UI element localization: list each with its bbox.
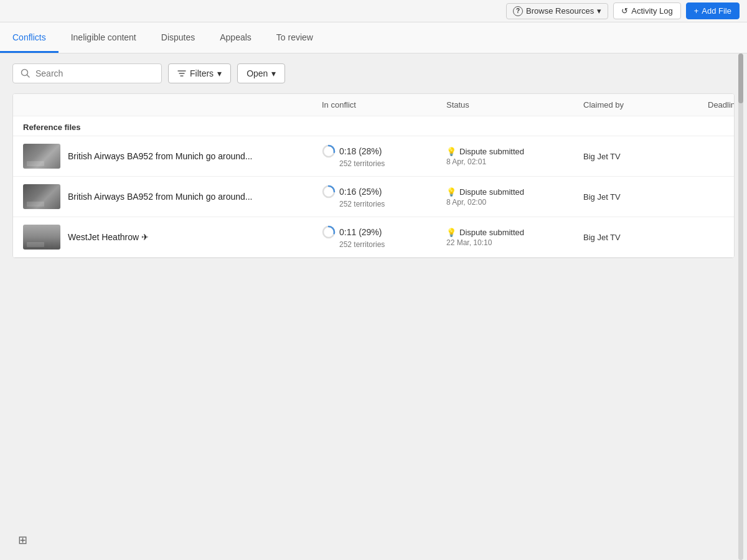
add-file-icon: + bbox=[694, 6, 699, 16]
conflict-time-2: 0:16 (25%) bbox=[322, 185, 446, 198]
top-bar: ? Browse Resources ▾ ↺ Activity Log + Ad… bbox=[0, 0, 747, 22]
file-title-1: British Airways BA952 from Munich go aro… bbox=[68, 151, 252, 161]
thumbnail-1 bbox=[23, 144, 60, 169]
territories-1: 252 territories bbox=[339, 159, 446, 168]
claimed-by-1: Big Jet TV bbox=[583, 152, 708, 161]
svg-line-1 bbox=[27, 75, 30, 78]
tab-appeals[interactable]: Appeals bbox=[207, 24, 264, 53]
tab-ineligible-content[interactable]: Ineligible content bbox=[59, 24, 149, 53]
table-header: In conflict Status Claimed by Deadline ↑… bbox=[13, 94, 734, 116]
activity-log-label: Activity Log bbox=[631, 6, 672, 16]
conflict-cell-3: 0:11 (29%) 252 territories bbox=[322, 225, 446, 249]
progress-circle-1 bbox=[322, 144, 336, 158]
status-date-3: 22 Mar, 10:10 bbox=[446, 238, 583, 247]
question-icon: ? bbox=[513, 6, 523, 16]
scrollbar-thumb[interactable] bbox=[738, 54, 743, 103]
deadline-cell-2: i bbox=[708, 191, 735, 202]
filters-button[interactable]: Filters ▾ bbox=[168, 63, 231, 83]
add-file-label: Add File bbox=[702, 6, 731, 16]
col-header-reference bbox=[23, 100, 322, 110]
progress-circle-3 bbox=[322, 225, 336, 239]
scrollbar-track[interactable] bbox=[738, 54, 743, 560]
filters-label: Filters bbox=[190, 68, 214, 78]
activity-log-button[interactable]: ↺ Activity Log bbox=[613, 2, 680, 19]
activity-log-icon: ↺ bbox=[621, 6, 628, 16]
filters-chevron: ▾ bbox=[217, 68, 222, 78]
col-header-deadline: Deadline ↑↓ bbox=[708, 100, 735, 110]
dispute-icon-2: 💡 bbox=[446, 187, 456, 197]
status-text-3: Dispute submitted bbox=[459, 228, 524, 237]
search-icon bbox=[21, 68, 31, 78]
status-cell-3: 💡 Dispute submitted 22 Mar, 10:10 bbox=[446, 228, 583, 247]
dispute-icon-3: 💡 bbox=[446, 228, 456, 237]
file-cell-2: British Airways BA952 from Munich go aro… bbox=[23, 184, 322, 209]
status-date-2: 8 Apr, 02:00 bbox=[446, 198, 583, 207]
add-file-button[interactable]: + Add File bbox=[686, 2, 740, 19]
file-title-2: British Airways BA952 from Munich go aro… bbox=[68, 192, 252, 202]
status-text-2: Dispute submitted bbox=[459, 187, 524, 197]
table-row: British Airways BA952 from Munich go aro… bbox=[13, 177, 734, 217]
conflict-time-1: 0:18 (28%) bbox=[322, 144, 446, 158]
toolbar: Filters ▾ Open ▾ bbox=[12, 63, 735, 83]
search-input[interactable] bbox=[35, 68, 154, 78]
tabs-row: Conflicts Ineligible content Disputes Ap… bbox=[0, 22, 747, 54]
status-label: Open bbox=[247, 68, 268, 78]
conflict-time-3: 0:11 (29%) bbox=[322, 225, 446, 239]
tab-disputes[interactable]: Disputes bbox=[149, 24, 207, 53]
dispute-icon-1: 💡 bbox=[446, 147, 456, 156]
tab-to-review[interactable]: To review bbox=[264, 24, 326, 53]
col-header-status: Status bbox=[446, 100, 583, 110]
browse-resources-button[interactable]: ? Browse Resources ▾ bbox=[506, 3, 608, 19]
claimed-by-2: Big Jet TV bbox=[583, 192, 708, 202]
thumbnail-3 bbox=[23, 225, 60, 250]
section-label-reference-files: Reference files bbox=[13, 116, 734, 136]
status-date-1: 8 Apr, 02:01 bbox=[446, 157, 583, 166]
status-text-1: Dispute submitted bbox=[459, 147, 524, 156]
col-header-claimed-by: Claimed by bbox=[583, 100, 708, 110]
status-chevron: ▾ bbox=[271, 68, 276, 78]
deadline-cell-3: None bbox=[708, 233, 735, 242]
col-header-in-conflict: In conflict bbox=[322, 100, 446, 110]
search-box bbox=[12, 63, 162, 83]
sidebar-toggle-button[interactable]: ⊞ bbox=[12, 533, 32, 548]
thumbnail-2 bbox=[23, 184, 60, 209]
deadline-cell-1: i bbox=[708, 151, 735, 162]
status-cell-1: 💡 Dispute submitted 8 Apr, 02:01 bbox=[446, 147, 583, 166]
progress-circle-2 bbox=[322, 185, 336, 198]
filter-icon bbox=[177, 69, 186, 78]
conflicts-table: In conflict Status Claimed by Deadline ↑… bbox=[12, 93, 735, 258]
browse-resources-label: Browse Resources bbox=[526, 6, 594, 16]
conflict-cell-2: 0:16 (25%) 252 territories bbox=[322, 185, 446, 208]
browse-resources-chevron: ▾ bbox=[597, 6, 601, 16]
claimed-by-3: Big Jet TV bbox=[583, 233, 708, 242]
conflict-cell-1: 0:18 (28%) 252 territories bbox=[322, 144, 446, 168]
table-row: British Airways BA952 from Munich go aro… bbox=[13, 136, 734, 177]
tab-conflicts[interactable]: Conflicts bbox=[0, 24, 59, 53]
territories-2: 252 territories bbox=[339, 200, 446, 208]
file-cell-1: British Airways BA952 from Munich go aro… bbox=[23, 144, 322, 169]
table-row: WestJet Heathrow ✈ 0:11 (29%) 252 territ… bbox=[13, 217, 734, 258]
main-content: Filters ▾ Open ▾ In conflict Status Clai… bbox=[0, 54, 747, 560]
territories-3: 252 territories bbox=[339, 240, 446, 249]
file-cell-3: WestJet Heathrow ✈ bbox=[23, 225, 322, 250]
status-cell-2: 💡 Dispute submitted 8 Apr, 02:00 bbox=[446, 187, 583, 207]
status-filter-button[interactable]: Open ▾ bbox=[237, 63, 285, 83]
file-title-3: WestJet Heathrow ✈ bbox=[68, 232, 149, 242]
